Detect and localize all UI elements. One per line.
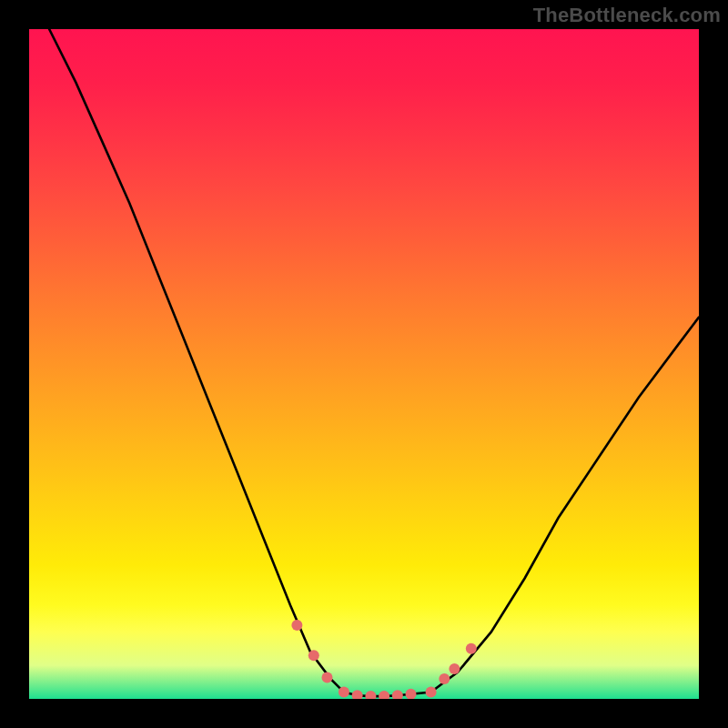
curve-marker — [291, 620, 302, 631]
curve-marker — [308, 650, 319, 661]
curve-marker — [406, 689, 417, 699]
marker-group — [291, 620, 476, 699]
chart-frame: TheBottleneck.com — [0, 0, 728, 728]
curve-marker — [365, 691, 376, 699]
curve-marker — [439, 673, 450, 684]
curve-marker — [322, 672, 333, 682]
attribution-label: TheBottleneck.com — [533, 4, 721, 27]
curve-marker — [426, 687, 437, 698]
chart-svg — [29, 29, 699, 699]
curve-marker — [339, 687, 349, 698]
curve-marker — [466, 643, 477, 654]
curve-marker — [352, 690, 363, 699]
curve-marker — [379, 691, 389, 699]
curve-marker — [449, 663, 460, 674]
curve-marker — [392, 690, 403, 699]
chart-plot-area — [29, 29, 699, 699]
bottleneck-curve — [49, 29, 699, 696]
